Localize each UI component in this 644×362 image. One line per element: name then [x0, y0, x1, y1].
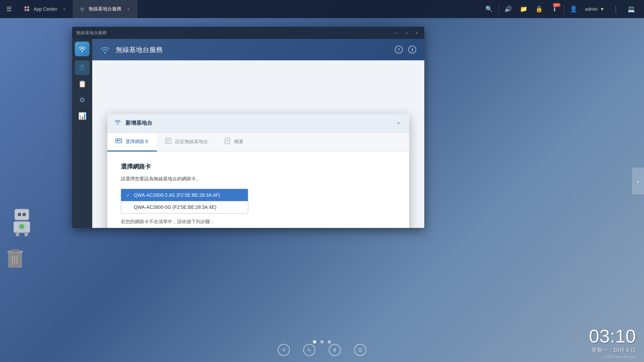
- nav-arrow-right[interactable]: ›: [632, 168, 644, 194]
- step2-icon: [165, 137, 172, 146]
- info-button[interactable]: ℹ: [407, 44, 418, 55]
- info-line: 若您的網路卡不在清單中，請依循下列步驟：: [121, 219, 396, 225]
- add-access-point-dialog: 新增基地台 ×: [107, 114, 409, 228]
- dialog-description: 請選擇您要設為無線基地台的網路卡。: [121, 176, 396, 182]
- lock-button[interactable]: 🔒: [532, 2, 546, 16]
- media-pause-icon: ⏸: [332, 347, 337, 353]
- clock-date: 星期一，10月 8 日: [589, 347, 636, 354]
- app-center-tab-icon: [23, 5, 31, 13]
- taskbar-tabs: App Center × 無線基地台服務 ×: [18, 0, 482, 18]
- sidebar-item-clock[interactable]: ⏱: [75, 60, 90, 75]
- tab-app-center[interactable]: App Center ×: [18, 0, 73, 18]
- step1-icon: [115, 137, 122, 146]
- step2-label: 設定無線基地台: [175, 139, 208, 145]
- svg-rect-1: [27, 6, 29, 8]
- menu-button[interactable]: ☰: [0, 0, 18, 18]
- settings-icon: ⚙: [79, 96, 85, 104]
- dialog-close-button[interactable]: ×: [394, 119, 402, 127]
- dialog-title: 新增基地台: [125, 120, 390, 127]
- maximize-button[interactable]: +: [403, 29, 410, 37]
- step-tab-select-nic[interactable]: 選擇網路卡: [107, 133, 157, 152]
- nic-item-2[interactable]: QWA-AC2600-5G (F2:5E:BE:28:3A:4E): [121, 201, 248, 213]
- svg-rect-2: [24, 9, 26, 11]
- tab-wireless-service[interactable]: 無線基地台服務 ×: [73, 0, 137, 18]
- nic-dropdown-list: ✓ QWA-AC2600-2.4G (F2:5E:BE:28:3A:4F) QW…: [121, 189, 248, 214]
- dot-1[interactable]: [313, 340, 316, 344]
- svg-point-5: [82, 51, 83, 52]
- media-pause-button[interactable]: ⏸: [329, 344, 341, 356]
- nas-button[interactable]: 💻: [624, 2, 639, 16]
- divider1: [498, 4, 499, 14]
- volume-button[interactable]: 🔊: [501, 2, 516, 16]
- notification-badge: 10+: [553, 3, 560, 7]
- sidebar-item-settings[interactable]: ⚙: [75, 93, 90, 107]
- step-tab-summary[interactable]: 概要: [216, 133, 252, 152]
- minimize-button[interactable]: ─: [393, 29, 400, 37]
- app-header-actions: ? ℹ: [393, 44, 418, 55]
- search-button[interactable]: 🔍: [482, 2, 496, 16]
- time-display: 03:10 星期一，10月 8 日: [589, 327, 636, 354]
- nic-dropdown[interactable]: ✓ QWA-AC2600-2.4G (F2:5E:BE:28:3A:4F) QW…: [121, 189, 248, 214]
- file-manager-button[interactable]: 📁: [516, 2, 531, 16]
- wireless-tab-icon: [78, 5, 86, 13]
- user-profile-icon: 👤: [570, 5, 577, 13]
- taskbar-right: 🔍 🔊 📁 🔒 ℹ 10+ 👤 admin ▼ ⋮ 💻: [482, 2, 644, 16]
- more-icon: ⋮: [612, 5, 619, 13]
- nic-item-2-label: QWA-AC2600-5G (F2:5E:BE:28:3A:4E): [134, 204, 216, 210]
- nic-item-1[interactable]: ✓ QWA-AC2600-2.4G (F2:5E:BE:28:3A:4F): [121, 189, 248, 201]
- user-profile-button[interactable]: 👤: [566, 2, 581, 16]
- admin-menu-button[interactable]: admin ▼: [582, 2, 608, 16]
- dialog-header-icon: [114, 119, 121, 128]
- tab-wireless-close[interactable]: ×: [125, 6, 131, 12]
- robot-icon: [7, 204, 37, 235]
- minimize-icon: ─: [395, 30, 398, 36]
- help-button[interactable]: ?: [393, 44, 404, 55]
- sidebar-item-stats[interactable]: 📊: [75, 109, 90, 123]
- step-tab-configure-wireless[interactable]: 設定無線基地台: [157, 133, 216, 152]
- dot-2[interactable]: [320, 340, 324, 344]
- dialog-header: 新增基地台 ×: [107, 114, 409, 133]
- list-icon: 📋: [78, 80, 87, 88]
- watermark: © 2018 www.foxi.com: [604, 355, 636, 359]
- bottom-media-controls: ↺ ↻ ⏸ ☰: [278, 344, 366, 356]
- more-options-button[interactable]: ⋮: [608, 2, 623, 16]
- notification-button[interactable]: ℹ 10+: [547, 2, 562, 16]
- taskbar: ☰ App Center ×: [0, 0, 644, 18]
- help-icon: ?: [395, 46, 403, 54]
- svg-rect-9: [117, 140, 119, 141]
- chevron-right-icon: ›: [637, 177, 639, 185]
- trash-icon[interactable]: [7, 249, 23, 268]
- dialog-overlay: 新增基地台 ×: [92, 60, 424, 228]
- close-window-button[interactable]: ×: [413, 29, 420, 37]
- nic-item-1-label: QWA-AC2600-2.4G (F2:5E:BE:28:3A:4F): [134, 192, 220, 198]
- step-tabs: 選擇網路卡: [107, 133, 409, 152]
- step3-label: 概要: [234, 139, 244, 145]
- admin-dropdown-icon: ▼: [600, 6, 604, 12]
- nas-icon: 💻: [628, 5, 635, 13]
- media-back-button[interactable]: ↺: [278, 344, 290, 356]
- tab-app-center-close[interactable]: ×: [61, 6, 67, 12]
- maximize-icon: +: [405, 30, 408, 36]
- app-sidebar: ⏱ 📋 ⚙ 📊: [72, 39, 92, 228]
- tab-wireless-label: 無線基地台服務: [89, 6, 121, 12]
- media-menu-icon: ☰: [358, 347, 363, 353]
- step1-label: 選擇網路卡: [125, 139, 149, 145]
- svg-point-6: [104, 52, 106, 54]
- app-header-icon: [99, 44, 111, 56]
- svg-rect-0: [24, 6, 26, 8]
- dot-3[interactable]: [328, 340, 331, 344]
- sidebar-item-list[interactable]: 📋: [75, 76, 90, 91]
- sidebar-logo: [75, 42, 90, 56]
- close-icon: ×: [415, 30, 418, 36]
- app-body: ⏱ 📋 ⚙ 📊: [72, 39, 424, 228]
- dialog-close-icon: ×: [397, 120, 400, 126]
- menu-icon: ☰: [6, 5, 12, 13]
- stats-icon: 📊: [78, 112, 87, 120]
- info-icon: ℹ: [408, 46, 416, 54]
- media-forward-button[interactable]: ↻: [303, 344, 315, 356]
- admin-label: admin: [585, 6, 598, 12]
- dialog-section-title: 選擇網路卡: [121, 163, 396, 171]
- media-menu-button[interactable]: ☰: [354, 344, 366, 356]
- tab-app-center-label: App Center: [34, 6, 57, 12]
- step3-icon: [224, 137, 231, 146]
